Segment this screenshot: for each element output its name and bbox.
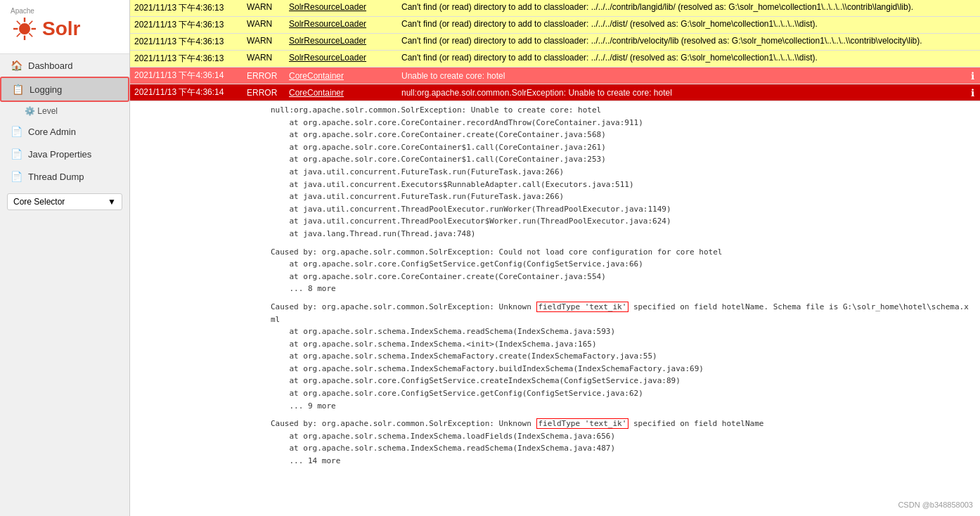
logger-link-2[interactable]: SolrResourceLoader — [289, 19, 366, 29]
main-content: 2021/11/13 下午4:36:13 WARN SolrResourceLo… — [130, 0, 980, 516]
sidebar-item-core-admin[interactable]: 📄 Core Admin — [0, 120, 129, 143]
log-time-2: 2021/11/13 下午4:36:13 — [130, 17, 243, 33]
log-row-2: 2021/11/13 下午4:36:13 WARN SolrResourceLo… — [130, 17, 980, 34]
stacktrace-caused-1: Caused by: org.apache.solr.common.SolrEx… — [130, 243, 980, 298]
log-row-5: 2021/11/13 下午4:36:14 ERROR CoreContainer… — [130, 67, 980, 84]
svg-point-0 — [19, 23, 30, 34]
sidebar: Apache Solr 🏠 Dashboard 📋 Logging ⚙️ Lev… — [0, 0, 130, 516]
svg-line-7 — [29, 21, 32, 25]
caused2-highlight: fieldType 'text_ik' — [536, 302, 629, 312]
logger-link-3[interactable]: SolrResourceLoader — [289, 36, 366, 46]
log-time-6: 2021/11/13 下午4:36:14 — [130, 84, 243, 101]
core-selector-wrap: Core Selector ▼ — [0, 188, 129, 216]
log-logger-1: SolrResourceLoader — [285, 0, 397, 16]
logger-link-1[interactable]: SolrResourceLoader — [289, 2, 366, 12]
stacktrace-caused-3: Caused by: org.apache.solr.common.SolrEx… — [130, 415, 980, 470]
core-selector-dropdown[interactable]: Core Selector ▼ — [7, 193, 122, 210]
java-properties-label: Java Properties — [28, 149, 91, 160]
logger-link-5[interactable]: CoreContainer — [289, 71, 344, 81]
log-msg-1: Can't find (or read) directory to add to… — [397, 0, 980, 16]
log-msg-4: Can't find (or read) directory to add to… — [397, 51, 980, 67]
stacktrace-caused-2: Caused by: org.apache.solr.common.SolrEx… — [130, 298, 980, 415]
caused2-pre: Caused by: org.apache.solr.common.SolrEx… — [271, 302, 536, 311]
log-level-4: WARN — [243, 51, 285, 67]
thread-dump-icon: 📄 — [11, 171, 22, 182]
info-icon-6[interactable]: ℹ — [965, 85, 980, 101]
log-time-3: 2021/11/13 下午4:36:13 — [130, 34, 243, 50]
log-time-1: 2021/11/13 下午4:36:13 — [130, 0, 243, 16]
sidebar-item-thread-dump[interactable]: 📄 Thread Dump — [0, 165, 129, 188]
log-msg-6: null:org.apache.solr.common.SolrExceptio… — [397, 86, 965, 100]
level-icon: ⚙️ — [25, 106, 35, 116]
logging-label: Logging — [30, 84, 62, 95]
chevron-down-icon: ▼ — [108, 197, 116, 207]
logo-area: Apache Solr — [0, 0, 129, 54]
logging-icon: 📋 — [12, 84, 24, 95]
sidebar-item-dashboard[interactable]: 🏠 Dashboard — [0, 54, 129, 77]
solr-text: Solr — [42, 18, 80, 40]
log-level-3: WARN — [243, 34, 285, 50]
log-logger-3: SolrResourceLoader — [285, 34, 397, 50]
log-msg-2: Can't find (or read) directory to add to… — [397, 17, 980, 33]
log-logger-6: CoreContainer — [285, 86, 397, 100]
level-label: Level — [37, 106, 58, 116]
log-logger-2: SolrResourceLoader — [285, 17, 397, 33]
log-row-1: 2021/11/13 下午4:36:13 WARN SolrResourceLo… — [130, 0, 980, 17]
solr-sun-icon — [11, 15, 39, 43]
info-icon-5[interactable]: ℹ — [965, 68, 980, 84]
sidebar-item-logging[interactable]: 📋 Logging — [0, 77, 129, 102]
core-selector-label: Core Selector — [13, 197, 65, 207]
log-logger-4: SolrResourceLoader — [285, 51, 397, 67]
log-time-5: 2021/11/13 下午4:36:14 — [130, 67, 243, 84]
core-admin-label: Core Admin — [28, 127, 76, 137]
svg-line-8 — [17, 33, 20, 37]
solr-logo: Solr — [11, 15, 119, 43]
java-properties-icon: 📄 — [11, 148, 22, 160]
caused2-post: specified on field hotelName. Schema fil… — [271, 302, 969, 411]
core-admin-icon: 📄 — [11, 126, 22, 137]
logger-link-4[interactable]: SolrResourceLoader — [289, 53, 366, 63]
log-row-3: 2021/11/13 下午4:36:13 WARN SolrResourceLo… — [130, 34, 980, 51]
log-row-6: 2021/11/13 下午4:36:14 ERROR CoreContainer… — [130, 84, 980, 101]
dashboard-icon: 🏠 — [11, 60, 22, 71]
log-level-2: WARN — [243, 17, 285, 33]
log-row-4: 2021/11/13 下午4:36:13 WARN SolrResourceLo… — [130, 51, 980, 67]
apache-label: Apache — [11, 7, 119, 15]
caused3-highlight: fieldType 'text_ik' — [536, 418, 629, 429]
log-time-4: 2021/11/13 下午4:36:13 — [130, 51, 243, 67]
log-level-6: ERROR — [243, 86, 285, 100]
log-msg-3: Can't find (or read) directory to add to… — [397, 34, 980, 50]
svg-line-5 — [17, 21, 20, 25]
svg-line-6 — [29, 33, 32, 37]
stacktrace-block-1: null:org.apache.solr.common.SolrExceptio… — [130, 101, 980, 243]
watermark: CSDN @b348858003 — [898, 501, 973, 509]
dashboard-label: Dashboard — [28, 60, 73, 71]
caused3-pre: Caused by: org.apache.solr.common.SolrEx… — [271, 419, 536, 428]
log-level-1: WARN — [243, 0, 285, 16]
logger-link-6[interactable]: CoreContainer — [289, 88, 344, 98]
log-logger-5: CoreContainer — [285, 69, 397, 83]
log-msg-5: Unable to create core: hotel — [397, 69, 965, 83]
thread-dump-label: Thread Dump — [28, 172, 84, 182]
sidebar-item-level[interactable]: ⚙️ Level — [0, 102, 129, 120]
sidebar-item-java-properties[interactable]: 📄 Java Properties — [0, 143, 129, 165]
log-level-5: ERROR — [243, 69, 285, 83]
